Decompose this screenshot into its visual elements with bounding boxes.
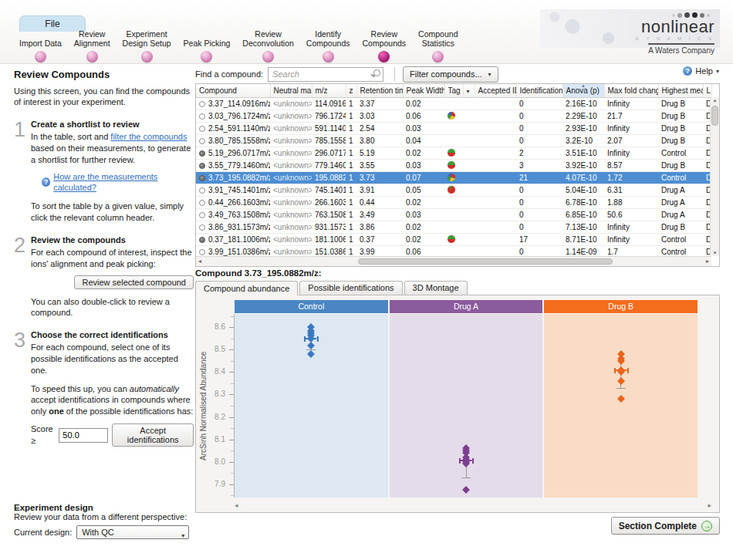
workflow-step-identify-compounds[interactable]: Identify Compounds: [306, 29, 350, 62]
column-header-compound[interactable]: Compound: [196, 84, 270, 97]
cell-max-fold-change: 1.72: [604, 171, 658, 184]
cell-max-fold-change: 2.07: [604, 134, 658, 147]
table-vertical-scrollbar[interactable]: ▴ ▾: [710, 97, 719, 256]
search-icon[interactable]: [373, 69, 380, 76]
scroll-right-icon[interactable]: ▸: [706, 258, 709, 265]
compound-name: 3.73_195.0882m/z: [208, 174, 270, 182]
compound-status-icon: [199, 224, 205, 231]
cell-retention-time: 3.55: [356, 159, 403, 171]
scroll-down-icon[interactable]: ▾: [711, 250, 719, 256]
workflow-step-dot[interactable]: [432, 51, 444, 62]
mean-marker-cap: [627, 368, 629, 373]
filter-compounds-link[interactable]: filter the compounds: [110, 132, 187, 141]
cell-anova-p: 3.92E-10: [562, 159, 604, 171]
column-header-l[interactable]: L: [703, 84, 711, 97]
column-header-z[interactable]: z: [346, 84, 356, 97]
cell-tag-dropdown: [463, 97, 475, 110]
cell-peak-width: 0.02: [403, 147, 444, 159]
compound-name: 3.49_763.1508m/z: [208, 211, 270, 219]
column-header-label: Accepted ID: [478, 86, 517, 95]
scrollbar-thumb[interactable]: [711, 106, 718, 126]
column-header-peak-width[interactable]: Peak Width: [403, 84, 444, 97]
step-body: In the table, sort and filter the compou…: [31, 131, 194, 166]
table-row[interactable]: 3.55_779.1460m/z<unknown>779.146013.550.…: [196, 159, 711, 171]
cell-compound: 0.37_181.1006m/z: [196, 233, 270, 245]
section-complete-button[interactable]: Section Complete →: [611, 517, 720, 535]
help-menu[interactable]: ? Help ▾: [683, 66, 719, 76]
cell-neutral-mass: <unknown>: [270, 221, 312, 233]
table-row[interactable]: 3.03_796.1724m/z<unknown>796.172413.030.…: [196, 110, 711, 122]
workflow-step-review-deconvolution[interactable]: Review Deconvolution: [242, 29, 294, 62]
step-number: 1: [14, 120, 25, 140]
cell-tag-dropdown: [463, 233, 475, 245]
tab-3d-montage[interactable]: 3D Montage: [404, 281, 468, 295]
workflow-step-dot[interactable]: [86, 51, 98, 62]
cell-tag-dropdown: [463, 110, 475, 122]
workflow-step-dot[interactable]: [378, 51, 390, 62]
column-header-m-z[interactable]: m/z: [312, 84, 346, 97]
column-header-retention-time[interactable]: Retention time: [356, 84, 403, 97]
tab-possible-identifications[interactable]: Possible identifications: [299, 281, 402, 295]
table-row[interactable]: 0.44_266.1603m/z<unknown>266.160310.440.…: [196, 196, 711, 208]
accept-identifications-button[interactable]: Accept identifications: [112, 423, 194, 447]
column-header-max-fold-change[interactable]: Max fold change: [604, 84, 658, 97]
review-selected-compound-button[interactable]: Review selected compound: [74, 275, 194, 289]
cell-tag-dropdown: [463, 221, 475, 233]
filter-compounds-button[interactable]: Filter compounds... ▾: [403, 66, 498, 83]
workflow-step-experiment-design-setup[interactable]: Experiment Design Setup: [123, 29, 171, 62]
scroll-right-icon[interactable]: ▸: [708, 501, 711, 509]
column-header-tag-filter[interactable]: ▾: [463, 84, 475, 97]
scroll-left-icon[interactable]: ◂: [198, 258, 201, 265]
table-row[interactable]: 3.73_195.0882m/z<unknown>195.088213.730.…: [196, 171, 711, 184]
scroll-up-icon[interactable]: ▴: [711, 97, 719, 103]
workflow-step-label: Peak Picking: [184, 39, 231, 48]
column-header-tag[interactable]: Tag: [444, 84, 463, 97]
workflow-step-review-alignment[interactable]: Review Alignment: [74, 29, 110, 62]
table-horizontal-scrollbar[interactable]: ◂ ▸: [196, 256, 711, 266]
cell-mz: 114.0916: [312, 97, 346, 110]
y-tick-label: 7.9: [204, 480, 225, 488]
scroll-left-icon[interactable]: ◂: [235, 501, 238, 509]
measurements-help-link[interactable]: How are the measurements calculated?: [53, 171, 194, 194]
help-icon: ?: [42, 177, 50, 187]
table-row[interactable]: 3.49_763.1508m/z<unknown>763.150813.490.…: [196, 208, 711, 221]
workflow-step-dot[interactable]: [323, 51, 334, 62]
cell-neutral-mass: <unknown>: [270, 196, 312, 208]
table-row[interactable]: 3.91_745.1401m/z<unknown>745.140113.910.…: [196, 184, 711, 196]
workflow-step-dot[interactable]: [201, 51, 212, 62]
table-row[interactable]: 2.54_591.1140m/z<unknown>591.114012.540.…: [196, 122, 711, 134]
column-header-highest-mean[interactable]: Highest mean: [658, 84, 703, 97]
search-input[interactable]: [268, 67, 383, 82]
workflow-step-dot[interactable]: [35, 51, 46, 62]
column-header-accepted-id[interactable]: Accepted ID: [475, 84, 516, 97]
workflow-step-compound-statistics[interactable]: Compound Statistics: [418, 29, 458, 62]
cell-tag: [444, 110, 463, 122]
workflow-step-review-compounds[interactable]: Review Compounds: [362, 29, 406, 62]
chart-horizontal-scrollbar[interactable]: ◂ ▸: [235, 502, 711, 511]
cell-tag: [444, 97, 463, 110]
tag-pie-icon: [448, 161, 455, 169]
tab-compound-abundance[interactable]: Compound abundance: [195, 281, 298, 295]
cell-compound: 3.73_195.0882m/z: [196, 171, 270, 184]
table-row[interactable]: 3.86_931.1573m/z<unknown>931.157313.860.…: [196, 221, 711, 233]
column-header-anova-p[interactable]: Anova (p)▴: [562, 84, 604, 97]
table-row[interactable]: 3.37_114.0916m/z<unknown>114.091613.370.…: [196, 97, 711, 110]
workflow-step-dot[interactable]: [262, 51, 274, 62]
current-design-select[interactable]: With QC ▾: [76, 525, 189, 539]
table-row[interactable]: 3.80_785.1558m/z<unknown>785.155813.800.…: [196, 134, 711, 147]
column-header-neutral-mass[interactable]: Neutral mass: [270, 84, 312, 97]
workflow-step-peak-picking[interactable]: Peak Picking: [184, 39, 231, 62]
cell-peak-width: 0.07: [403, 171, 444, 184]
data-point: [617, 395, 625, 403]
table-row[interactable]: 0.37_181.1006m/z<unknown>181.100610.370.…: [196, 233, 711, 245]
workflow-step-import-data[interactable]: Import Data: [19, 39, 62, 62]
table-row[interactable]: 5.19_296.0717m/z<unknown>296.071715.190.…: [196, 147, 711, 159]
cell-highest-mean: Drug B: [658, 134, 703, 147]
workflow-step-dot[interactable]: [141, 51, 153, 62]
scrollbar-thumb[interactable]: [358, 258, 613, 265]
compound-name: 3.03_796.1724m/z: [208, 112, 270, 120]
column-header-identifications[interactable]: Identifications: [516, 84, 562, 97]
cell-highest-mean: Drug B: [658, 97, 703, 110]
score-threshold-input[interactable]: [59, 428, 108, 443]
cell-compound: 3.49_763.1508m/z: [196, 208, 270, 221]
